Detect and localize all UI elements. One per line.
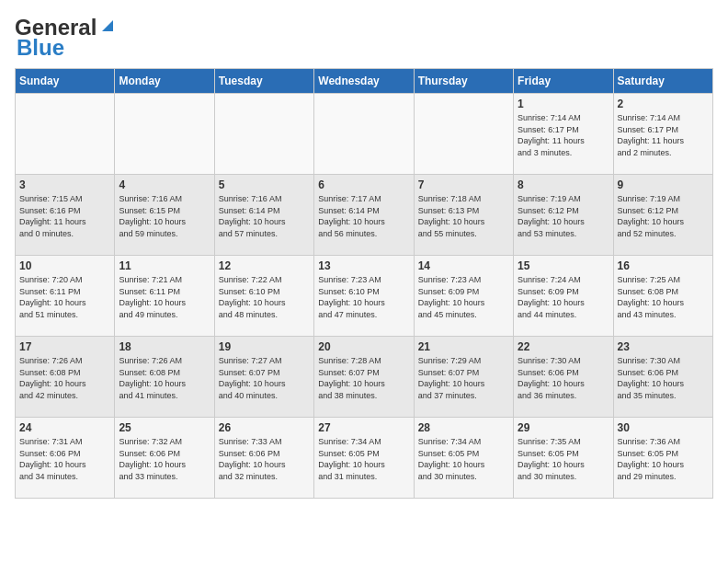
day-cell: 25Sunrise: 7:32 AM Sunset: 6:06 PM Dayli… bbox=[115, 418, 214, 499]
column-header-saturday: Saturday bbox=[613, 69, 712, 94]
day-cell bbox=[414, 94, 513, 175]
day-number: 29 bbox=[518, 421, 609, 434]
day-number: 21 bbox=[418, 340, 509, 353]
column-header-thursday: Thursday bbox=[414, 69, 513, 94]
day-number: 23 bbox=[618, 340, 709, 353]
day-number: 4 bbox=[119, 178, 210, 191]
day-cell: 6Sunrise: 7:17 AM Sunset: 6:14 PM Daylig… bbox=[314, 175, 414, 256]
day-number: 27 bbox=[318, 421, 409, 434]
day-number: 14 bbox=[418, 259, 509, 272]
logo: General Blue bbox=[15, 15, 117, 61]
day-info: Sunrise: 7:25 AM Sunset: 6:08 PM Dayligh… bbox=[618, 274, 709, 320]
day-cell: 26Sunrise: 7:33 AM Sunset: 6:06 PM Dayli… bbox=[214, 418, 313, 499]
day-info: Sunrise: 7:26 AM Sunset: 6:08 PM Dayligh… bbox=[19, 355, 110, 401]
day-info: Sunrise: 7:35 AM Sunset: 6:05 PM Dayligh… bbox=[518, 436, 609, 482]
calendar-header: SundayMondayTuesdayWednesdayThursdayFrid… bbox=[16, 69, 713, 94]
day-info: Sunrise: 7:18 AM Sunset: 6:13 PM Dayligh… bbox=[418, 193, 509, 239]
day-cell: 2Sunrise: 7:14 AM Sunset: 6:17 PM Daylig… bbox=[613, 94, 712, 175]
day-number: 24 bbox=[19, 421, 110, 434]
day-cell: 21Sunrise: 7:29 AM Sunset: 6:07 PM Dayli… bbox=[414, 337, 513, 418]
calendar-table: SundayMondayTuesdayWednesdayThursdayFrid… bbox=[15, 68, 713, 499]
column-header-sunday: Sunday bbox=[16, 69, 115, 94]
week-row-5: 24Sunrise: 7:31 AM Sunset: 6:06 PM Dayli… bbox=[16, 418, 713, 499]
day-number: 16 bbox=[618, 259, 709, 272]
day-number: 25 bbox=[119, 421, 210, 434]
day-number: 15 bbox=[518, 259, 609, 272]
day-info: Sunrise: 7:16 AM Sunset: 6:15 PM Dayligh… bbox=[119, 193, 210, 239]
day-info: Sunrise: 7:29 AM Sunset: 6:07 PM Dayligh… bbox=[418, 355, 509, 401]
day-cell: 22Sunrise: 7:30 AM Sunset: 6:06 PM Dayli… bbox=[514, 337, 613, 418]
day-number: 7 bbox=[418, 178, 509, 191]
day-cell: 23Sunrise: 7:30 AM Sunset: 6:06 PM Dayli… bbox=[613, 337, 712, 418]
day-cell: 7Sunrise: 7:18 AM Sunset: 6:13 PM Daylig… bbox=[414, 175, 513, 256]
day-number: 30 bbox=[618, 421, 709, 434]
day-number: 19 bbox=[219, 340, 310, 353]
day-cell: 12Sunrise: 7:22 AM Sunset: 6:10 PM Dayli… bbox=[214, 256, 313, 337]
day-number: 3 bbox=[19, 178, 110, 191]
day-info: Sunrise: 7:21 AM Sunset: 6:11 PM Dayligh… bbox=[119, 274, 210, 320]
week-row-4: 17Sunrise: 7:26 AM Sunset: 6:08 PM Dayli… bbox=[16, 337, 713, 418]
day-number: 5 bbox=[219, 178, 310, 191]
day-number: 10 bbox=[19, 259, 110, 272]
day-cell: 28Sunrise: 7:34 AM Sunset: 6:05 PM Dayli… bbox=[414, 418, 513, 499]
column-header-tuesday: Tuesday bbox=[214, 69, 313, 94]
logo-blue: Blue bbox=[17, 35, 64, 61]
day-cell: 20Sunrise: 7:28 AM Sunset: 6:07 PM Dayli… bbox=[314, 337, 414, 418]
week-row-3: 10Sunrise: 7:20 AM Sunset: 6:11 PM Dayli… bbox=[16, 256, 713, 337]
day-info: Sunrise: 7:30 AM Sunset: 6:06 PM Dayligh… bbox=[518, 355, 609, 401]
day-info: Sunrise: 7:16 AM Sunset: 6:14 PM Dayligh… bbox=[219, 193, 310, 239]
day-info: Sunrise: 7:23 AM Sunset: 6:09 PM Dayligh… bbox=[418, 274, 509, 320]
day-cell: 3Sunrise: 7:15 AM Sunset: 6:16 PM Daylig… bbox=[16, 175, 115, 256]
day-number: 11 bbox=[119, 259, 210, 272]
day-info: Sunrise: 7:19 AM Sunset: 6:12 PM Dayligh… bbox=[618, 193, 709, 239]
calendar-body: 1Sunrise: 7:14 AM Sunset: 6:17 PM Daylig… bbox=[16, 94, 713, 499]
day-info: Sunrise: 7:30 AM Sunset: 6:06 PM Dayligh… bbox=[618, 355, 709, 401]
day-info: Sunrise: 7:36 AM Sunset: 6:05 PM Dayligh… bbox=[618, 436, 709, 482]
day-info: Sunrise: 7:27 AM Sunset: 6:07 PM Dayligh… bbox=[219, 355, 310, 401]
day-number: 6 bbox=[318, 178, 409, 191]
day-cell: 19Sunrise: 7:27 AM Sunset: 6:07 PM Dayli… bbox=[214, 337, 313, 418]
day-cell: 27Sunrise: 7:34 AM Sunset: 6:05 PM Dayli… bbox=[314, 418, 414, 499]
page-header: General Blue bbox=[15, 15, 713, 61]
day-number: 28 bbox=[418, 421, 509, 434]
day-number: 2 bbox=[618, 98, 709, 110]
day-cell: 16Sunrise: 7:25 AM Sunset: 6:08 PM Dayli… bbox=[613, 256, 712, 337]
day-cell: 4Sunrise: 7:16 AM Sunset: 6:15 PM Daylig… bbox=[115, 175, 214, 256]
day-cell bbox=[16, 94, 115, 175]
day-info: Sunrise: 7:15 AM Sunset: 6:16 PM Dayligh… bbox=[19, 193, 110, 239]
column-header-wednesday: Wednesday bbox=[314, 69, 414, 94]
day-cell: 13Sunrise: 7:23 AM Sunset: 6:10 PM Dayli… bbox=[314, 256, 414, 337]
day-info: Sunrise: 7:34 AM Sunset: 6:05 PM Dayligh… bbox=[418, 436, 509, 482]
day-number: 20 bbox=[318, 340, 409, 353]
day-cell: 18Sunrise: 7:26 AM Sunset: 6:08 PM Dayli… bbox=[115, 337, 214, 418]
day-info: Sunrise: 7:31 AM Sunset: 6:06 PM Dayligh… bbox=[19, 436, 110, 482]
day-cell bbox=[314, 94, 414, 175]
day-cell: 30Sunrise: 7:36 AM Sunset: 6:05 PM Dayli… bbox=[613, 418, 712, 499]
day-number: 18 bbox=[119, 340, 210, 353]
day-info: Sunrise: 7:33 AM Sunset: 6:06 PM Dayligh… bbox=[219, 436, 310, 482]
day-number: 8 bbox=[518, 178, 609, 191]
column-header-monday: Monday bbox=[115, 69, 214, 94]
svg-marker-0 bbox=[102, 20, 113, 31]
day-info: Sunrise: 7:14 AM Sunset: 6:17 PM Dayligh… bbox=[518, 112, 609, 158]
day-cell: 24Sunrise: 7:31 AM Sunset: 6:06 PM Dayli… bbox=[16, 418, 115, 499]
day-info: Sunrise: 7:22 AM Sunset: 6:10 PM Dayligh… bbox=[219, 274, 310, 320]
day-cell bbox=[214, 94, 313, 175]
day-cell: 11Sunrise: 7:21 AM Sunset: 6:11 PM Dayli… bbox=[115, 256, 214, 337]
day-cell: 1Sunrise: 7:14 AM Sunset: 6:17 PM Daylig… bbox=[514, 94, 613, 175]
day-info: Sunrise: 7:34 AM Sunset: 6:05 PM Dayligh… bbox=[318, 436, 409, 482]
day-info: Sunrise: 7:19 AM Sunset: 6:12 PM Dayligh… bbox=[518, 193, 609, 239]
day-info: Sunrise: 7:17 AM Sunset: 6:14 PM Dayligh… bbox=[318, 193, 409, 239]
day-info: Sunrise: 7:26 AM Sunset: 6:08 PM Dayligh… bbox=[119, 355, 210, 401]
day-cell: 29Sunrise: 7:35 AM Sunset: 6:05 PM Dayli… bbox=[514, 418, 613, 499]
day-cell bbox=[115, 94, 214, 175]
day-cell: 14Sunrise: 7:23 AM Sunset: 6:09 PM Dayli… bbox=[414, 256, 513, 337]
day-info: Sunrise: 7:23 AM Sunset: 6:10 PM Dayligh… bbox=[318, 274, 409, 320]
logo-arrow-icon bbox=[98, 17, 117, 35]
week-row-1: 1Sunrise: 7:14 AM Sunset: 6:17 PM Daylig… bbox=[16, 94, 713, 175]
day-number: 13 bbox=[318, 259, 409, 272]
day-cell: 15Sunrise: 7:24 AM Sunset: 6:09 PM Dayli… bbox=[514, 256, 613, 337]
day-number: 1 bbox=[518, 98, 609, 110]
day-info: Sunrise: 7:24 AM Sunset: 6:09 PM Dayligh… bbox=[518, 274, 609, 320]
week-row-2: 3Sunrise: 7:15 AM Sunset: 6:16 PM Daylig… bbox=[16, 175, 713, 256]
